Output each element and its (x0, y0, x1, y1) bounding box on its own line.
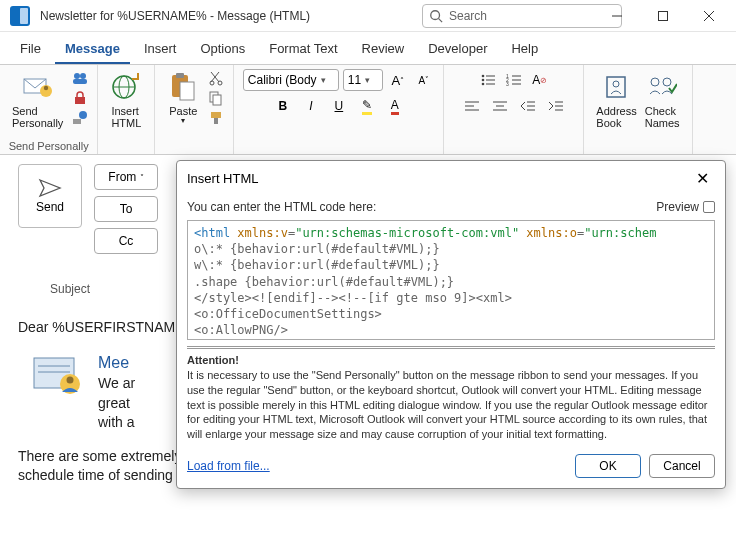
tab-options[interactable]: Options (190, 35, 255, 64)
svg-rect-11 (73, 79, 87, 84)
to-button[interactable]: To (94, 196, 158, 222)
align-left-button[interactable] (461, 95, 483, 117)
lock-icon[interactable] (71, 89, 89, 107)
svg-point-54 (613, 81, 619, 87)
send-personally-button[interactable]: Send Personally (8, 69, 67, 131)
cut-icon[interactable] (207, 69, 225, 87)
search-icon (429, 9, 443, 23)
grow-font-icon[interactable]: A˄ (387, 69, 409, 91)
tab-help[interactable]: Help (501, 35, 548, 64)
check-names-icon (646, 71, 678, 103)
svg-point-56 (663, 78, 671, 86)
svg-rect-12 (75, 97, 85, 104)
dialog-title: Insert HTML (187, 171, 259, 186)
svg-rect-19 (176, 73, 184, 78)
highlight-button[interactable]: ✎ (356, 95, 378, 117)
numbering-button[interactable]: 123 (503, 69, 525, 91)
svg-point-55 (651, 78, 659, 86)
indent-right-button[interactable] (545, 95, 567, 117)
svg-point-13 (79, 111, 87, 119)
svg-marker-57 (40, 180, 60, 196)
svg-point-8 (43, 86, 47, 90)
window-title: Newsletter for %USERNAME% - Message (HTM… (40, 9, 310, 23)
svg-rect-28 (214, 118, 218, 124)
dialog-close-button[interactable]: ✕ (690, 167, 715, 190)
html-code-input[interactable]: <html xmlns:v="urn:schemas-microsoft-com… (187, 220, 715, 340)
search-input[interactable]: Search (422, 4, 622, 28)
ribbon-group-label: Send Personally (9, 140, 89, 152)
hero-title: Mee (98, 352, 135, 374)
cc-button[interactable]: Cc (94, 228, 158, 254)
address-book-button[interactable]: Address Book (592, 69, 640, 131)
load-from-file-link[interactable]: Load from file... (187, 459, 270, 473)
svg-point-24 (218, 81, 222, 85)
svg-rect-20 (180, 82, 194, 100)
tab-file[interactable]: File (10, 35, 51, 64)
tab-review[interactable]: Review (352, 35, 415, 64)
insert-html-button[interactable]: Insert HTML (106, 69, 146, 131)
cancel-button[interactable]: Cancel (649, 454, 715, 478)
font-family-select[interactable]: Calibri (Body▾ (243, 69, 339, 91)
maximize-button[interactable] (640, 0, 686, 32)
clear-format-button[interactable]: A⊘ (529, 69, 551, 91)
insert-html-icon (110, 71, 142, 103)
minimize-button[interactable] (594, 0, 640, 32)
tab-developer[interactable]: Developer (418, 35, 497, 64)
bullets-button[interactable] (477, 69, 499, 91)
send-button[interactable]: Send (18, 164, 82, 228)
check-names-button[interactable]: Check Names (641, 69, 684, 131)
close-button[interactable] (686, 0, 732, 32)
newsletter-graphic-icon (28, 352, 88, 400)
ok-button[interactable]: OK (575, 454, 641, 478)
send-icon (38, 178, 62, 198)
svg-rect-26 (213, 95, 221, 105)
svg-rect-3 (659, 12, 668, 21)
svg-rect-14 (73, 119, 81, 124)
svg-point-31 (482, 79, 485, 82)
align-center-button[interactable] (489, 95, 511, 117)
outlook-icon (10, 6, 30, 26)
tab-format-text[interactable]: Format Text (259, 35, 347, 64)
from-button[interactable]: From ˅ (94, 164, 158, 190)
preview-checkbox[interactable] (703, 201, 715, 213)
svg-point-62 (67, 376, 74, 383)
font-color-button[interactable]: A (384, 95, 406, 117)
underline-button[interactable]: U (328, 95, 350, 117)
indent-left-button[interactable] (517, 95, 539, 117)
bold-button[interactable]: B (272, 95, 294, 117)
format-painter-icon[interactable] (207, 109, 225, 127)
paste-button[interactable]: Paste ▾ (163, 69, 203, 128)
dialog-instruction: You can enter the HTML code here: (187, 200, 376, 214)
svg-rect-27 (211, 112, 221, 118)
attention-box: Attention! It is necessary to use the "S… (187, 346, 715, 442)
svg-text:3: 3 (506, 81, 509, 87)
paste-icon (167, 71, 199, 103)
tab-message[interactable]: Message (55, 35, 130, 64)
svg-point-10 (80, 73, 86, 79)
svg-line-1 (439, 18, 443, 22)
shrink-font-icon[interactable]: A˅ (413, 69, 435, 91)
svg-point-29 (482, 75, 485, 78)
svg-point-33 (482, 83, 485, 86)
send-personally-icon (22, 71, 54, 103)
copy-icon[interactable] (207, 89, 225, 107)
settings-icon[interactable] (71, 109, 89, 127)
contacts-icon[interactable] (71, 69, 89, 87)
svg-point-0 (431, 10, 440, 19)
svg-point-9 (74, 73, 80, 79)
italic-button[interactable]: I (300, 95, 322, 117)
font-size-select[interactable]: 11▾ (343, 69, 383, 91)
subject-label: Subject (18, 282, 90, 296)
address-book-icon (601, 71, 633, 103)
preview-label: Preview (656, 200, 699, 214)
svg-point-23 (210, 81, 214, 85)
tab-insert[interactable]: Insert (134, 35, 187, 64)
insert-html-dialog: Insert HTML ✕ You can enter the HTML cod… (176, 160, 726, 489)
